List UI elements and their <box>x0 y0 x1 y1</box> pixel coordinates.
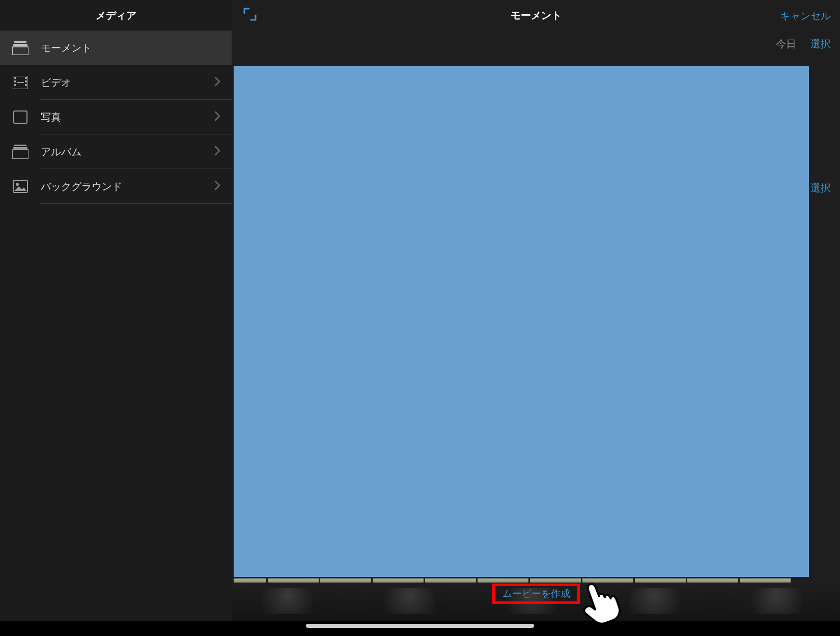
thumbnail[interactable] <box>234 578 266 583</box>
sidebar-title: メディア <box>0 0 232 31</box>
content-area: 選択 <box>232 57 840 621</box>
square-icon <box>11 108 30 126</box>
svg-rect-0 <box>14 41 26 43</box>
select-button-side[interactable]: 選択 <box>810 181 831 195</box>
sidebar-item-moments[interactable]: モーメント <box>0 31 232 65</box>
svg-rect-8 <box>25 80 27 82</box>
stack-icon <box>11 39 30 57</box>
svg-point-16 <box>16 183 19 186</box>
footer-bar: ムービーを作成 <box>232 583 840 621</box>
sidebar-item-label: モーメント <box>41 41 220 55</box>
thumbnail[interactable] <box>530 578 581 583</box>
stack-icon <box>11 143 30 161</box>
thumbnail[interactable] <box>425 578 476 583</box>
footer-thumbnail[interactable] <box>629 588 680 614</box>
media-preview[interactable] <box>234 66 809 577</box>
thumbnail[interactable] <box>635 578 686 583</box>
svg-rect-5 <box>14 80 16 82</box>
svg-rect-7 <box>25 77 27 79</box>
home-indicator[interactable] <box>306 624 534 628</box>
thumbnail-strip <box>234 578 809 583</box>
sidebar-item-background[interactable]: バックグラウンド <box>0 169 232 204</box>
thumbnail[interactable] <box>478 578 528 583</box>
main-panel: モーメント キャンセル 今日 選択 選択 <box>232 0 840 621</box>
main-title: モーメント <box>511 9 562 22</box>
sidebar-item-photos[interactable]: 写真 <box>0 100 232 134</box>
chevron-right-icon <box>214 76 220 89</box>
thumbnail[interactable] <box>687 578 738 583</box>
divider <box>40 203 232 204</box>
sidebar-list: モーメント ビデオ 写真 <box>0 31 232 204</box>
svg-rect-2 <box>12 47 29 55</box>
main-header: モーメント キャンセル <box>232 0 840 31</box>
thumbnail[interactable] <box>740 578 791 583</box>
svg-rect-4 <box>14 77 16 79</box>
media-sidebar: メディア モーメント ビデオ <box>0 0 232 621</box>
footer-thumbnail[interactable] <box>751 588 802 614</box>
app-root: メディア モーメント ビデオ <box>0 0 840 621</box>
sidebar-item-albums[interactable]: アルバム <box>0 134 232 169</box>
svg-rect-6 <box>14 84 16 86</box>
svg-rect-11 <box>14 111 27 123</box>
sidebar-item-label: 写真 <box>41 110 214 124</box>
thumbnail[interactable] <box>320 578 371 583</box>
sidebar-item-label: ビデオ <box>41 76 214 90</box>
create-movie-button-highlight[interactable]: ムービーを作成 <box>492 584 580 604</box>
sidebar-item-label: アルバム <box>41 145 214 159</box>
footer-thumbnail[interactable] <box>384 588 435 614</box>
svg-rect-12 <box>14 145 26 146</box>
select-button-top[interactable]: 選択 <box>810 37 831 51</box>
thumbnail[interactable] <box>373 578 424 583</box>
svg-rect-14 <box>12 150 29 159</box>
footer-thumbnail[interactable] <box>262 588 313 614</box>
thumbnail[interactable] <box>582 578 633 583</box>
svg-rect-1 <box>13 44 27 46</box>
chevron-right-icon <box>214 146 220 158</box>
sidebar-item-label: バックグラウンド <box>41 180 214 193</box>
chevron-right-icon <box>214 111 220 124</box>
svg-rect-9 <box>25 84 27 86</box>
cancel-button[interactable]: キャンセル <box>780 9 831 23</box>
svg-rect-13 <box>13 147 27 149</box>
sidebar-item-video[interactable]: ビデオ <box>0 65 232 100</box>
sub-header: 今日 選択 <box>232 31 840 57</box>
create-movie-label: ムービーを作成 <box>502 587 570 600</box>
chevron-right-icon <box>214 180 220 193</box>
film-icon <box>11 73 30 92</box>
today-label: 今日 <box>776 37 796 51</box>
expand-icon[interactable] <box>243 7 259 23</box>
image-icon <box>11 177 30 196</box>
thumbnail[interactable] <box>268 578 319 583</box>
